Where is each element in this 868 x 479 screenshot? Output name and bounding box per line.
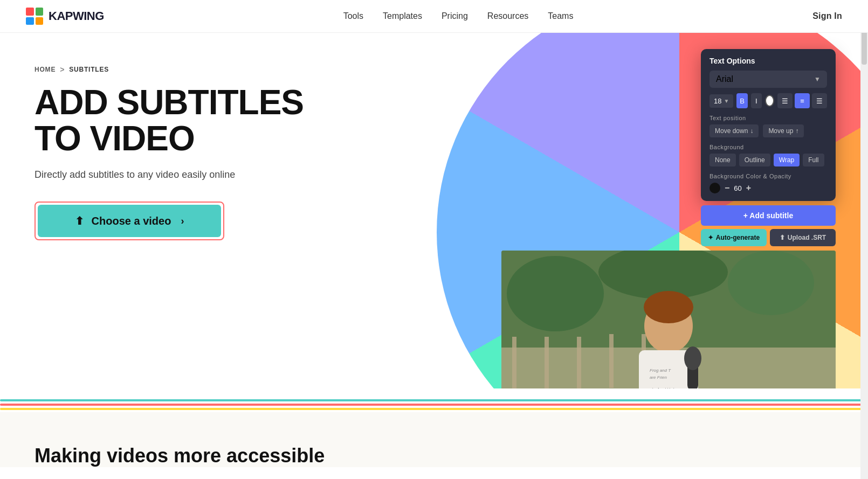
sign-in-button[interactable]: Sign In — [812, 11, 842, 21]
breadcrumb-current: SUBTITLES — [69, 66, 109, 73]
bg-outline-button[interactable]: Outline — [739, 154, 770, 166]
bg-color-label: Background Color & Opacity — [709, 173, 827, 179]
deco-line-1 — [0, 399, 868, 401]
font-size-value: 18 — [714, 97, 721, 105]
text-options-panel: Text Options Arial ▼ 18 ▼ B I ☰ ≡ ☰ Te — [701, 49, 836, 201]
align-center-button[interactable]: ≡ — [795, 93, 810, 108]
panel-title: Text Options — [709, 57, 827, 65]
svg-text:are Frien: are Frien — [650, 375, 667, 380]
cta-label: Choose a video — [92, 215, 171, 227]
text-toolbar: 18 ▼ B I ☰ ≡ ☰ — [709, 93, 827, 108]
alignment-buttons: ☰ ≡ ☰ — [777, 93, 827, 108]
svg-rect-7 — [577, 337, 581, 388]
svg-rect-5 — [512, 337, 516, 388]
align-left-button[interactable]: ☰ — [777, 93, 793, 108]
hero-media: Text Options Arial ▼ 18 ▼ B I ☰ ≡ ☰ Te — [501, 49, 836, 388]
deco-lines — [0, 399, 868, 412]
move-down-label: Move down — [715, 127, 748, 135]
svg-text:Frog and T: Frog and T — [650, 368, 671, 373]
align-right-button[interactable]: ☰ — [812, 93, 827, 108]
video-background: Frog and T are Frien by Arnold Lab — [501, 251, 836, 388]
bg-none-button[interactable]: None — [709, 154, 736, 166]
move-down-button[interactable]: Move down ↓ — [709, 124, 759, 137]
deco-line-2 — [0, 404, 868, 406]
subtitle-row2: ✦ Auto-generate ⬆ Upload .SRT — [701, 229, 836, 246]
nav-item-pricing[interactable]: Pricing — [442, 11, 468, 21]
italic-button[interactable]: I — [751, 93, 762, 108]
svg-rect-8 — [609, 334, 614, 388]
bg-wrap-button[interactable]: Wrap — [774, 154, 800, 166]
color-picker[interactable] — [765, 95, 774, 107]
bg-full-button[interactable]: Full — [803, 154, 824, 166]
opacity-value: 60 — [734, 184, 741, 192]
arrow-icon: › — [181, 216, 184, 227]
move-up-label: Move up — [768, 127, 793, 135]
cta-wrapper: ⬆ Choose a video › — [35, 202, 224, 240]
sparkle-icon: ✦ — [708, 234, 713, 241]
down-arrow-icon: ↓ — [750, 127, 753, 135]
logo[interactable]: KAPWING — [26, 8, 104, 25]
bg-color-swatch[interactable] — [709, 183, 720, 193]
hero-title: ADD SUBTITLES TO VIDEO — [35, 85, 304, 157]
breadcrumb-separator: > — [60, 65, 65, 74]
logo-text: KAPWING — [49, 9, 104, 23]
auto-generate-button[interactable]: ✦ Auto-generate — [701, 229, 767, 246]
font-size-selector[interactable]: 18 ▼ — [709, 94, 733, 108]
navbar: KAPWING Tools Templates Pricing Resource… — [0, 0, 868, 33]
chevron-down-icon: ▼ — [814, 75, 821, 83]
background-buttons: None Outline Wrap Full — [709, 154, 827, 166]
opacity-increase-button[interactable]: + — [746, 183, 751, 193]
upload-icon: ⬆ — [75, 214, 84, 227]
bottom-title: Making videos more accessible — [35, 445, 833, 467]
hero-section: HOME > SUBTITLES ADD SUBTITLES TO VIDEO … — [0, 33, 868, 388]
upload-srt-icon: ⬆ — [780, 234, 785, 241]
nav-item-tools[interactable]: Tools — [343, 11, 363, 21]
move-up-button[interactable]: Move up ↑ — [763, 124, 804, 137]
svg-point-14 — [684, 346, 701, 370]
subtitle-actions: + Add subtitle ✦ Auto-generate ⬆ Upload … — [701, 205, 836, 246]
auto-gen-label: Auto-generate — [716, 234, 760, 241]
font-name: Arial — [716, 74, 733, 84]
svg-rect-6 — [545, 337, 549, 388]
opacity-decrease-button[interactable]: − — [725, 183, 729, 193]
svg-text:by Arnold Lab: by Arnold Lab — [652, 387, 676, 388]
nav-links: Tools Templates Pricing Resources Teams — [343, 11, 574, 21]
add-subtitle-button[interactable]: + Add subtitle — [701, 205, 836, 226]
opacity-row: − 60 + — [709, 183, 827, 193]
size-chevron: ▼ — [724, 98, 729, 104]
text-position-label: Text position — [709, 115, 827, 121]
position-row: Move down ↓ Move up ↑ — [709, 124, 827, 137]
upload-srt-label: Upload .SRT — [788, 234, 826, 241]
upload-srt-button[interactable]: ⬆ Upload .SRT — [770, 229, 836, 246]
nav-item-resources[interactable]: Resources — [487, 11, 528, 21]
nav-item-templates[interactable]: Templates — [383, 11, 422, 21]
up-arrow-icon: ↑ — [795, 127, 798, 135]
bottom-section: Making videos more accessible — [0, 412, 868, 467]
bold-button[interactable]: B — [736, 93, 747, 108]
font-selector[interactable]: Arial ▼ — [709, 71, 827, 88]
background-label: Background — [709, 144, 827, 150]
choose-video-button[interactable]: ⬆ Choose a video › — [38, 205, 221, 237]
svg-point-11 — [644, 291, 693, 323]
deco-line-3 — [0, 408, 868, 410]
svg-point-2 — [728, 251, 814, 315]
logo-icon — [26, 8, 43, 25]
nav-item-teams[interactable]: Teams — [548, 11, 573, 21]
hero-subtitle: Directly add subtitles to any video easi… — [35, 168, 261, 182]
video-frame: Frog and T are Frien by Arnold Lab Hey g… — [501, 251, 836, 388]
video-thumbnail: Frog and T are Frien by Arnold Lab — [501, 251, 836, 388]
svg-point-1 — [507, 256, 604, 331]
breadcrumb-home[interactable]: HOME — [35, 66, 56, 73]
